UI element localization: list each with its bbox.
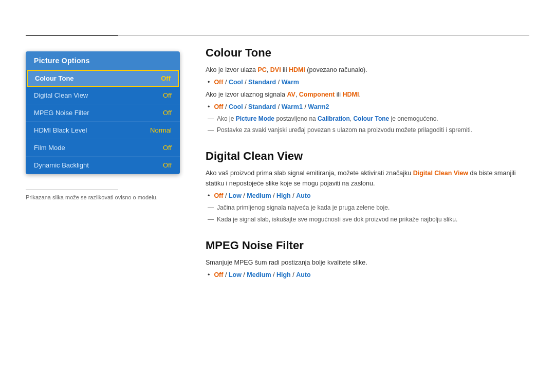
mpeg-noise-filter-body: Smanjuje MPEG šum radi postizanja bolje … [206, 257, 529, 280]
footnote-divider [26, 190, 118, 190]
colour-tone-title: Colour Tone [206, 46, 529, 60]
menu-item-dynamic-backlight[interactable]: Dynamic Backlight Off [26, 157, 180, 174]
section-mpeg-noise-filter: MPEG Noise Filter Smanjuje MPEG šum radi… [206, 239, 529, 280]
menu-item-colour-tone[interactable]: Colour Tone Off [27, 70, 179, 87]
menu-item-mpeg-noise-filter[interactable]: MPEG Noise Filter Off [26, 104, 180, 122]
menu-item-digital-clean-view[interactable]: Digital Clean View Off [26, 87, 180, 104]
digital-clean-view-options: • Off / Low / Medium / High / Auto [206, 191, 529, 201]
menu-item-value: Off [163, 109, 172, 117]
menu-item-label: Film Mode [34, 144, 65, 152]
section-colour-tone: Colour Tone Ako je izvor ulaza PC, DVI i… [206, 46, 529, 135]
colour-tone-note2: ― Postavke za svaki vanjski uređaj povez… [208, 125, 529, 135]
mpeg-noise-filter-para1: Smanjuje MPEG šum radi postizanja bolje … [206, 257, 529, 268]
colour-tone-note1: ― Ako je Picture Mode postavljeno na Cal… [208, 114, 529, 124]
menu-item-label: Digital Clean View [34, 91, 88, 99]
digital-clean-view-body: Ako vaš proizvod prima slab signal emiti… [206, 168, 529, 224]
option-list-4: Off / Low / Medium / High / Auto [214, 270, 310, 280]
footnote-area: Prikazana slika može se razlikovati ovis… [26, 190, 180, 200]
bullet-dot: • [208, 191, 210, 201]
menu-item-film-mode[interactable]: Film Mode Off [26, 139, 180, 157]
bullet-dot: • [208, 270, 210, 280]
mpeg-noise-filter-title: MPEG Noise Filter [206, 239, 529, 252]
menu-item-label: HDMI Black Level [34, 126, 87, 134]
menu-item-hdmi-black-level[interactable]: HDMI Black Level Normal [26, 122, 180, 139]
menu-item-label: Colour Tone [35, 74, 74, 82]
picture-options-title: Picture Options [26, 51, 180, 70]
menu-item-value: Off [163, 144, 172, 152]
menu-item-label: MPEG Noise Filter [34, 109, 89, 117]
menu-item-value: Off [163, 161, 172, 169]
menu-item-label: Dynamic Backlight [34, 161, 89, 169]
colour-tone-options2: • Off / Cool / Standard / Warm1 / Warm2 [206, 102, 529, 112]
left-panel: Picture Options Colour Tone Off Digital … [26, 51, 180, 200]
footnote-text: Prikazana slika može se razlikovati ovis… [26, 194, 180, 200]
colour-tone-para2: Ako je izvor ulaznog signala AV, Compone… [206, 89, 529, 100]
menu-item-value: Off [163, 91, 172, 99]
right-content: Colour Tone Ako je izvor ulaza PC, DVI i… [206, 46, 529, 294]
colour-tone-para1: Ako je izvor ulaza PC, DVI ili HDMI (pov… [206, 65, 529, 75]
section-digital-clean-view: Digital Clean View Ako vaš proizvod prim… [206, 150, 529, 224]
picture-options-box: Picture Options Colour Tone Off Digital … [26, 51, 180, 174]
top-divider-accent [26, 35, 118, 36]
colour-tone-body: Ako je izvor ulaza PC, DVI ili HDMI (pov… [206, 65, 529, 135]
mpeg-noise-filter-options: • Off / Low / Medium / High / Auto [206, 270, 529, 280]
bullet-dot: • [208, 77, 210, 87]
digital-clean-view-para1: Ako vaš proizvod prima slab signal emiti… [206, 168, 529, 189]
menu-item-value: Off [161, 74, 171, 82]
digital-clean-view-note1: ― Jačina primljenog signala najveća je k… [208, 203, 529, 213]
digital-clean-view-note2: ― Kada je signal slab, iskušajte sve mog… [208, 215, 529, 225]
option-list-2: Off / Cool / Standard / Warm1 / Warm2 [214, 102, 329, 112]
menu-item-value: Normal [150, 126, 172, 134]
colour-tone-options1: • Off / Cool / Standard / Warm [206, 77, 529, 87]
bullet-dot: • [208, 102, 210, 112]
option-list-1: Off / Cool / Standard / Warm [214, 77, 299, 87]
option-list-3: Off / Low / Medium / High / Auto [214, 191, 310, 201]
digital-clean-view-title: Digital Clean View [206, 150, 529, 163]
